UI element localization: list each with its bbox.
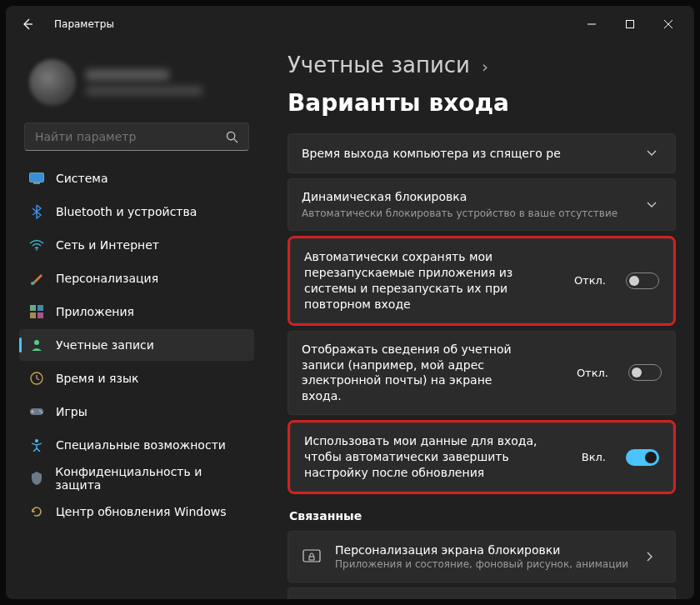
nav-label: Приложения xyxy=(56,305,134,318)
maximize-button[interactable] xyxy=(611,12,649,37)
user-text xyxy=(86,69,202,96)
lock-personalization-sub: Приложения и состояние, фоновый рисунок,… xyxy=(335,558,633,570)
wake-timeout-label: Время выхода компьютера из спящего ре xyxy=(302,146,635,162)
svg-rect-17 xyxy=(309,557,314,560)
close-button[interactable] xyxy=(649,12,688,37)
avatar xyxy=(29,59,76,106)
gamepad-icon xyxy=(29,404,44,419)
sidebar: Система Bluetooth и устройства Сеть и Ин… xyxy=(6,42,264,599)
breadcrumb-parent[interactable]: Учетные записи xyxy=(288,52,470,78)
settings-window: Параметры xyxy=(6,6,694,599)
chevron-down-icon xyxy=(647,150,662,157)
restart-apps-toggle[interactable] xyxy=(626,272,659,289)
nav-list: Система Bluetooth и устройства Сеть и Ин… xyxy=(19,162,254,528)
nav-item-accounts[interactable]: Учетные записи xyxy=(19,329,254,361)
highlight-restart-apps: Автоматически сохранять мои перезапускае… xyxy=(288,236,676,326)
nav-item-accessibility[interactable]: Специальные возможности xyxy=(19,429,254,461)
more-signin-link[interactable]: Подробнее о вариантах входа xyxy=(288,588,676,599)
nav-label: Система xyxy=(56,172,108,185)
nav-label: Сеть и Интернет xyxy=(56,238,159,252)
svg-point-10 xyxy=(34,340,39,345)
restart-apps-title: Автоматически сохранять мои перезапускае… xyxy=(304,249,521,312)
nav-item-personalization[interactable]: Персонализация xyxy=(19,262,254,294)
finish-setup-toggle[interactable] xyxy=(626,449,659,466)
chevron-right-icon xyxy=(647,552,662,562)
svg-point-5 xyxy=(31,282,34,285)
titlebar-title: Параметры xyxy=(54,18,114,30)
main-content: Учетные записи › Варианты входа Время вы… xyxy=(264,42,694,599)
restart-apps-row: Автоматически сохранять мои перезапускае… xyxy=(290,238,673,323)
lock-screen-icon xyxy=(302,547,322,567)
clock-icon xyxy=(29,371,44,386)
breadcrumb: Учетные записи › Варианты входа xyxy=(288,52,676,117)
nav-label: Учетные записи xyxy=(56,338,154,352)
search-input[interactable] xyxy=(35,130,226,143)
window-controls xyxy=(572,12,688,37)
svg-rect-0 xyxy=(627,21,634,28)
nav-label: Центр обновления Windows xyxy=(56,505,226,518)
svg-rect-6 xyxy=(30,305,36,311)
user-block[interactable] xyxy=(19,49,254,122)
finish-setup-state: Вкл. xyxy=(582,451,606,463)
wifi-icon xyxy=(29,238,44,252)
chevron-down-icon xyxy=(647,202,662,208)
related-heading: Связанные xyxy=(289,509,676,522)
update-icon xyxy=(29,504,44,519)
chevron-right-icon: › xyxy=(482,57,488,77)
wake-timeout-row[interactable]: Время выхода компьютера из спящего ре xyxy=(288,133,676,173)
nav-item-privacy[interactable]: Конфиденциальность и защита xyxy=(19,462,254,494)
svg-point-15 xyxy=(35,439,38,442)
dynamic-lock-title: Динамическая блокировка xyxy=(302,189,635,205)
nav-label: Конфиденциальность и защита xyxy=(55,465,244,492)
display-icon xyxy=(29,171,44,186)
nav-item-system[interactable]: Система xyxy=(19,162,254,194)
paintbrush-icon xyxy=(29,271,44,286)
account-info-title: Отображать сведения об учетной записи (н… xyxy=(302,342,518,405)
nav-item-windows-update[interactable]: Центр обновления Windows xyxy=(19,496,254,528)
account-info-toggle[interactable] xyxy=(628,364,662,381)
nav-item-bluetooth[interactable]: Bluetooth и устройства xyxy=(19,196,254,228)
svg-point-14 xyxy=(41,412,42,413)
svg-rect-9 xyxy=(38,312,43,318)
svg-point-4 xyxy=(36,249,38,251)
svg-rect-3 xyxy=(33,182,40,184)
svg-point-1 xyxy=(227,132,234,139)
maximize-icon xyxy=(626,20,634,28)
svg-rect-8 xyxy=(30,312,36,318)
search-icon xyxy=(226,131,238,143)
finish-setup-row: Использовать мои данные для входа, чтобы… xyxy=(290,422,673,492)
nav-label: Персонализация xyxy=(56,272,158,285)
lock-personalization-title: Персонализация экрана блокировки xyxy=(335,543,633,557)
dynamic-lock-sub: Автоматически блокировать устройство в в… xyxy=(302,207,635,220)
nav-item-time-language[interactable]: Время и язык xyxy=(19,362,254,394)
person-icon xyxy=(29,338,44,352)
account-info-row: Отображать сведения об учетной записи (н… xyxy=(288,331,676,416)
apps-icon xyxy=(29,304,44,319)
bluetooth-icon xyxy=(29,204,44,219)
user-name xyxy=(86,69,169,81)
nav-item-gaming[interactable]: Игры xyxy=(19,396,254,428)
svg-rect-2 xyxy=(30,173,44,182)
arrow-left-icon xyxy=(21,18,34,31)
nav-label: Bluetooth и устройства xyxy=(56,205,197,218)
nav-item-network[interactable]: Сеть и Интернет xyxy=(19,229,254,261)
shield-icon xyxy=(29,471,43,486)
highlight-finish-setup: Использовать мои данные для входа, чтобы… xyxy=(288,420,676,494)
finish-setup-title: Использовать мои данные для входа, чтобы… xyxy=(304,433,538,481)
back-button[interactable] xyxy=(12,9,42,39)
accessibility-icon xyxy=(29,438,44,452)
restart-apps-state: Откл. xyxy=(574,274,606,287)
close-icon xyxy=(664,20,672,28)
nav-label: Время и язык xyxy=(56,372,138,385)
minimize-button[interactable] xyxy=(572,12,611,37)
nav-item-apps[interactable]: Приложения xyxy=(19,296,254,328)
account-info-state: Откл. xyxy=(577,367,608,379)
search-box[interactable] xyxy=(24,122,249,151)
dynamic-lock-row[interactable]: Динамическая блокировка Автоматически бл… xyxy=(288,178,676,231)
svg-point-13 xyxy=(39,410,41,412)
minimize-icon xyxy=(588,20,596,28)
svg-rect-7 xyxy=(38,305,43,311)
user-email xyxy=(86,86,202,96)
nav-label: Игры xyxy=(56,405,88,418)
lock-personalization-link[interactable]: Персонализация экрана блокировки Приложе… xyxy=(288,531,676,582)
